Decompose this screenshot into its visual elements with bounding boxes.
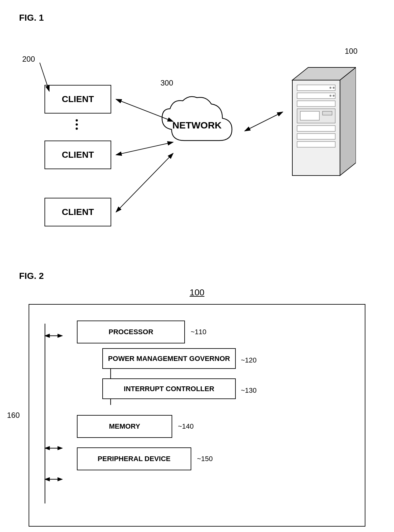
power-mgmt-row: POWER MANAGEMENT GOVERNOR ~120 [102,348,346,372]
svg-point-15 [333,95,335,97]
svg-rect-8 [323,111,332,115]
dots [76,119,78,130]
peripheral-row: PERIPHERAL DEVICE ~150 [77,447,346,470]
network-cloud: NETWORK [156,93,238,156]
client-box-3: CLIENT [44,198,111,226]
processor-box: PROCESSOR [77,321,185,343]
memory-box: MEMORY [77,415,172,438]
client-box-1: CLIENT [44,85,111,114]
power-mgmt-ref: ~120 [241,356,257,364]
fig2-ref-100: 100 [190,287,205,297]
memory-ref: ~140 [178,422,194,431]
fig2-outer-box: 160 [29,304,365,527]
svg-point-12 [329,87,331,89]
interrupt-box: INTERRUPT CONTROLLER [102,378,236,399]
fig2-section: FIG. 2 100 160 [19,271,375,527]
sub-group: POWER MANAGEMENT GOVERNOR ~120 INTERRUPT… [102,348,346,402]
ref-100-fig1: 100 [345,47,357,56]
ref-160: 160 [7,411,20,420]
server [283,61,356,183]
interrupt-ref: ~130 [241,386,257,395]
svg-rect-5 [297,101,335,107]
svg-line-21 [245,112,283,131]
memory-row: MEMORY ~140 [77,415,346,438]
svg-point-13 [333,87,335,89]
svg-rect-11 [297,142,335,147]
network-label: NETWORK [173,120,222,131]
svg-point-14 [329,95,331,97]
fig1-label: FIG. 1 [19,13,375,23]
server-svg [283,61,356,182]
svg-line-20 [116,153,173,212]
fig1-diagram: 200 300 100 CLIENT CLIENT CLIENT NETWORK [19,29,375,252]
peripheral-box: PERIPHERAL DEVICE [77,447,191,470]
client-box-2: CLIENT [44,141,111,169]
svg-rect-9 [297,126,335,131]
power-mgmt-box: POWER MANAGEMENT GOVERNOR [102,348,236,369]
fig2-label: FIG. 2 [19,271,375,281]
fig2-ref-title: 100 [29,287,365,298]
fig2-diagram: 100 160 [29,287,365,527]
peripheral-ref: ~150 [197,455,213,463]
ref-300: 300 [160,79,173,87]
processor-row: PROCESSOR ~110 [77,321,346,343]
svg-marker-2 [340,67,356,176]
fig1-section: FIG. 1 200 300 100 CLIENT CLIENT CLIENT … [19,13,375,252]
svg-rect-10 [297,134,335,139]
processor-ref: ~110 [191,328,207,336]
svg-rect-7 [300,111,319,120]
ref-200: 200 [22,55,35,64]
interrupt-row: INTERRUPT CONTROLLER ~130 [102,378,346,402]
